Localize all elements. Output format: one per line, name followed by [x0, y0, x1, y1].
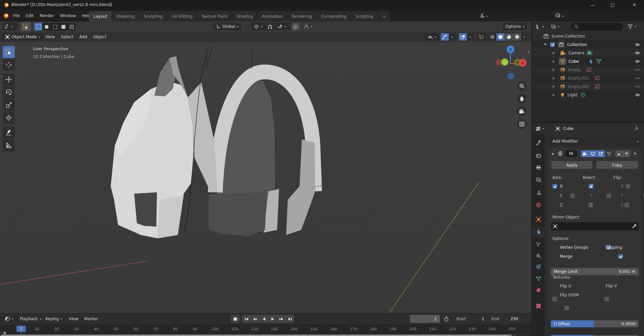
- menu-file[interactable]: File: [10, 13, 23, 18]
- copy-button[interactable]: Copy: [596, 161, 638, 169]
- tab-object-data[interactable]: [532, 273, 545, 284]
- play-reverse-button[interactable]: [260, 315, 268, 323]
- navigation-gizmo[interactable]: Y X Z: [488, 45, 528, 85]
- current-frame-field[interactable]: 2: [410, 315, 440, 323]
- object-visibility-dropdown[interactable]: [425, 33, 439, 41]
- modifier-close-button[interactable]: ✕: [633, 151, 637, 156]
- viewport-menu-add[interactable]: Add: [76, 35, 90, 39]
- camera-data-badge[interactable]: [586, 50, 593, 56]
- maximize-button[interactable]: ▢: [610, 2, 614, 7]
- expand-arrow[interactable]: [553, 77, 556, 80]
- bisect-z-checkbox[interactable]: [625, 203, 629, 207]
- add-modifier-dropdown[interactable]: Add Modifier: [549, 138, 642, 145]
- expand-arrow[interactable]: [553, 68, 556, 71]
- auto-keying-stopwatch-button[interactable]: [442, 315, 451, 323]
- tab-sculpting[interactable]: Sculpting: [139, 11, 167, 21]
- bisect-y-checkbox[interactable]: [606, 193, 611, 198]
- mode-dropdown[interactable]: Object Mode: [3, 33, 43, 41]
- eyedropper-icon[interactable]: [632, 224, 637, 229]
- tab-render[interactable]: [532, 150, 545, 161]
- snap-target-dropdown[interactable]: [275, 23, 292, 30]
- light-data-badge[interactable]: [580, 92, 586, 98]
- tab-animation[interactable]: Animation: [258, 11, 287, 21]
- expand-arrow[interactable]: [553, 52, 556, 54]
- properties-editor-type-dropdown[interactable]: [534, 125, 549, 132]
- gizmos-toggle[interactable]: [441, 33, 449, 41]
- tab-modeling[interactable]: Modeling: [112, 11, 139, 21]
- frame-end-field[interactable]: End 250: [488, 315, 522, 323]
- mesh-data-icon[interactable]: [596, 59, 601, 63]
- viewport-menu-select[interactable]: Select: [58, 35, 76, 39]
- zoom-button[interactable]: [517, 81, 527, 91]
- select-mode-extend[interactable]: [42, 23, 51, 31]
- tool-select-box[interactable]: [3, 46, 15, 58]
- play-button[interactable]: [268, 315, 277, 323]
- active-tool-button[interactable]: [21, 22, 31, 31]
- active-tool-dropdown[interactable]: [2, 23, 17, 30]
- tab-shading[interactable]: Shading: [232, 11, 257, 21]
- scene-icon[interactable]: [479, 13, 484, 18]
- viewport-menu-view[interactable]: View: [42, 35, 58, 39]
- viewport-menu-object[interactable]: Object: [90, 35, 109, 39]
- timeline-expand-chevron[interactable]: ›: [1, 330, 2, 335]
- merge-checkbox[interactable]: [618, 254, 623, 259]
- outliner-row-empty-001[interactable]: Empty.001: [532, 74, 644, 82]
- scene-dropdown-chevron[interactable]: [486, 16, 488, 18]
- record-button[interactable]: [231, 315, 239, 323]
- shading-dropdown[interactable]: [521, 33, 527, 41]
- merge-limit-field[interactable]: Merge Limit 0.001 m: [551, 268, 639, 275]
- modifier-editmode-toggle[interactable]: [597, 150, 605, 157]
- options-dropdown[interactable]: Options: [503, 23, 527, 30]
- keyframe-dot[interactable]: [3, 332, 6, 334]
- outliner-editor-type-dropdown[interactable]: [534, 23, 548, 30]
- axis-x-checkbox[interactable]: [552, 184, 557, 189]
- frame-start-field[interactable]: Start 1: [453, 315, 488, 323]
- transform-orientation-dropdown[interactable]: Global: [214, 23, 241, 30]
- flip-v-checkbox[interactable]: [604, 297, 609, 301]
- outliner-row-empty[interactable]: Empty: [532, 65, 644, 74]
- shading-rendered-button[interactable]: [513, 33, 521, 41]
- u-offset-field[interactable]: U Offset 0.0000: [551, 320, 639, 327]
- menu-edit[interactable]: Edit: [23, 13, 37, 18]
- image-data-icon[interactable]: [595, 84, 600, 89]
- jump-to-start-button[interactable]: [242, 315, 251, 323]
- playback-menu[interactable]: Playback: [17, 315, 44, 323]
- minimize-button[interactable]: —: [590, 3, 595, 8]
- timeline-view-menu[interactable]: View: [66, 317, 81, 321]
- hide-eye-closed-icon[interactable]: [635, 76, 640, 80]
- viewport-3d[interactable]: User Perspective (2) Collection | Cube: [0, 42, 531, 313]
- shading-solid-button[interactable]: [496, 33, 504, 41]
- modifier-move-up-button[interactable]: [615, 150, 623, 157]
- overlays-dropdown[interactable]: [467, 33, 473, 41]
- timeline-scrollbar[interactable]: [1, 335, 512, 336]
- prev-keyframe-button[interactable]: [251, 315, 260, 323]
- add-workspace-button[interactable]: +: [378, 11, 390, 21]
- hide-eye-icon[interactable]: [635, 59, 640, 63]
- pivot-point-dropdown[interactable]: [252, 23, 266, 30]
- menu-render[interactable]: Render: [37, 13, 57, 18]
- modifier-oncage-toggle[interactable]: [605, 150, 613, 157]
- keying-menu[interactable]: Keying: [43, 315, 65, 323]
- apply-button[interactable]: Apply: [551, 161, 592, 169]
- close-button[interactable]: ✕: [633, 2, 636, 7]
- view-layer-dropdown-chevron[interactable]: [562, 16, 564, 18]
- tool-rotate[interactable]: [3, 86, 15, 98]
- view-layer-icon[interactable]: [555, 13, 561, 18]
- tool-move[interactable]: [3, 74, 15, 86]
- tab-rendering[interactable]: Rendering: [287, 11, 316, 21]
- tab-tool[interactable]: [532, 137, 545, 148]
- outliner-row-cube[interactable]: Cube: [532, 57, 644, 65]
- tool-measure[interactable]: [3, 139, 15, 151]
- collection-checkbox[interactable]: [550, 42, 555, 47]
- tab-scene[interactable]: [532, 187, 545, 198]
- hide-eye-closed-icon[interactable]: [635, 85, 640, 89]
- image-data-icon[interactable]: [586, 67, 591, 72]
- outliner-row-light[interactable]: Light: [532, 91, 644, 99]
- modifier-realtime-toggle[interactable]: [589, 150, 597, 157]
- tool-transform[interactable]: [3, 112, 15, 124]
- expand-arrow[interactable]: [553, 85, 556, 88]
- flip-u-checkbox[interactable]: [552, 297, 557, 301]
- tab-output[interactable]: [532, 162, 545, 173]
- pin-icon[interactable]: [634, 126, 639, 131]
- playhead[interactable]: 2: [16, 326, 26, 332]
